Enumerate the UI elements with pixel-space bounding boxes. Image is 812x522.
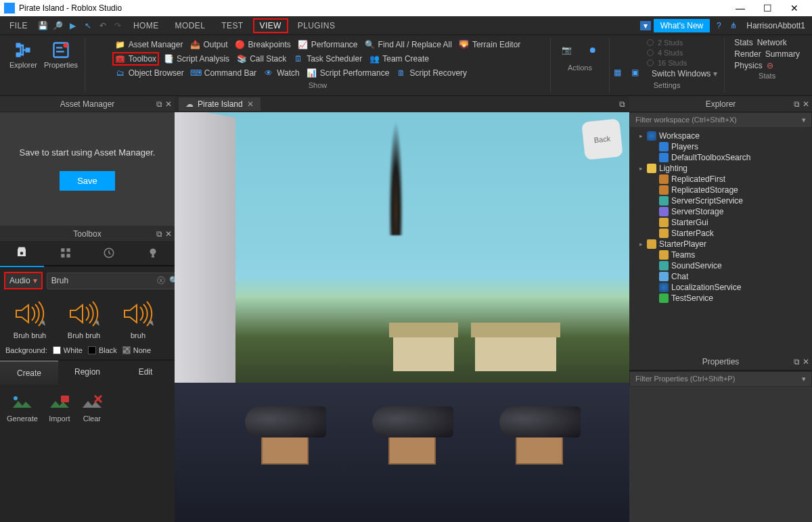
menu-file[interactable]: FILE bbox=[3, 18, 35, 33]
tree-item-replicatedfirst[interactable]: ReplicatedFirst bbox=[629, 174, 812, 185]
menu-test[interactable]: TEST bbox=[215, 18, 250, 33]
tree-item-lighting[interactable]: ▸Lighting bbox=[629, 163, 812, 174]
minimize-button[interactable]: — bbox=[727, 3, 754, 14]
tree-item-soundservice[interactable]: SoundService bbox=[629, 260, 812, 271]
ribbon-find-all-replace-all-button[interactable]: 🔍Find All / Replace All bbox=[362, 38, 455, 51]
menu-model[interactable]: MODEL bbox=[168, 18, 212, 33]
undo-icon[interactable]: ↶ bbox=[97, 20, 109, 32]
terrain-tab-region[interactable]: Region bbox=[58, 360, 116, 385]
whats-new-button[interactable]: What's New bbox=[654, 19, 710, 32]
close-icon[interactable]: ✕ bbox=[247, 99, 254, 109]
tree-item-localizationservice[interactable]: LocalizationService bbox=[629, 282, 812, 293]
close-icon[interactable]: ✕ bbox=[803, 99, 809, 109]
stat-network[interactable]: Network bbox=[757, 38, 787, 47]
ribbon-object-browser-button[interactable]: 🗂Object Browser bbox=[112, 66, 187, 80]
collapse-down-icon[interactable]: ▾ bbox=[640, 21, 651, 30]
terrain-generate-button[interactable]: Generate bbox=[7, 393, 38, 423]
tree-item-chat[interactable]: Chat bbox=[629, 271, 812, 282]
explorer-filter-input[interactable]: Filter workspace (Ctrl+Shift+X) ▾ bbox=[629, 112, 812, 128]
terrain-import-button[interactable]: Import bbox=[49, 393, 70, 423]
ribbon-script-performance-button[interactable]: 📊Script Performance bbox=[304, 66, 392, 80]
tree-item-starterpack[interactable]: StarterPack bbox=[629, 228, 812, 239]
close-button[interactable]: ✕ bbox=[781, 3, 808, 14]
ribbon-explorer-button[interactable]: Explorer bbox=[7, 38, 40, 72]
properties-filter-input[interactable]: Filter Properties (Ctrl+Shift+P) ▾ bbox=[629, 371, 812, 387]
tree-item-teams[interactable]: Teams bbox=[629, 250, 812, 260]
ribbon-watch-button[interactable]: 👁Watch bbox=[261, 66, 302, 80]
ribbon-record-button[interactable]: ⏺ bbox=[581, 38, 605, 62]
ribbon-breakpoints-button[interactable]: 🔴Breakpoints bbox=[231, 38, 293, 51]
doc-tab-pirate-island[interactable]: ☁ Pirate Island ✕ bbox=[179, 97, 261, 111]
toolbox-category-select[interactable]: Audio ▾ bbox=[4, 272, 43, 289]
toolbox-result[interactable]: Bruh bruh bbox=[5, 299, 54, 339]
tree-item-startergui[interactable]: StarterGui bbox=[629, 217, 812, 228]
close-icon[interactable]: ✕ bbox=[165, 229, 172, 239]
menu-home[interactable]: HOME bbox=[127, 18, 166, 33]
windows-icon[interactable]: ▣ bbox=[631, 68, 644, 80]
play-icon[interactable]: ▶ bbox=[67, 20, 79, 32]
cursor-icon[interactable]: ↖ bbox=[82, 20, 94, 32]
toolbox-tab-inventory[interactable] bbox=[44, 241, 88, 266]
ribbon-script-recovery-button[interactable]: 🗎Script Recovery bbox=[393, 66, 470, 80]
ribbon-screenshot-button[interactable]: 📷 bbox=[555, 38, 579, 62]
bg-white-option[interactable]: White bbox=[53, 346, 83, 354]
ribbon-terrain-editor-button[interactable]: 🌄Terrain Editor bbox=[456, 38, 523, 51]
switch-windows-button[interactable]: Switch Windows▾ bbox=[649, 68, 720, 80]
grid-icon[interactable]: ▦ bbox=[614, 68, 626, 80]
undock-icon[interactable]: ⧉ bbox=[156, 229, 162, 239]
tree-item-workspace[interactable]: ▸Workspace bbox=[629, 130, 812, 141]
save-icon[interactable]: 💾 bbox=[37, 20, 49, 32]
close-icon[interactable]: ✕ bbox=[165, 99, 172, 109]
expand-icon[interactable]: ▸ bbox=[637, 241, 644, 247]
toolbox-tab-recent[interactable] bbox=[87, 241, 131, 266]
tree-item-replicatedstorage[interactable]: ReplicatedStorage bbox=[629, 185, 812, 195]
undock-icon[interactable]: ⧉ bbox=[156, 99, 162, 109]
share-icon[interactable]: ⋔ bbox=[727, 20, 740, 32]
toolbox-search-input[interactable] bbox=[51, 276, 153, 285]
ribbon-properties-button[interactable]: Properties bbox=[41, 38, 81, 72]
terrain-tab-edit[interactable]: Edit bbox=[116, 360, 175, 385]
studs-4[interactable]: 4 Studs bbox=[647, 48, 683, 57]
terrain-tab-create[interactable]: Create bbox=[0, 360, 58, 385]
view-gizmo[interactable]: Back bbox=[581, 118, 623, 160]
tree-item-serverscriptservice[interactable]: ServerScriptService bbox=[629, 195, 812, 206]
stat-summary[interactable]: Summary bbox=[765, 49, 800, 59]
toolbox-result[interactable]: Bruh bruh bbox=[60, 299, 108, 339]
viewport-3d[interactable]: Back bbox=[175, 112, 629, 522]
stat-render[interactable]: Render bbox=[734, 49, 761, 59]
ribbon-script-analysis-button[interactable]: 📑Script Analysis bbox=[160, 52, 232, 66]
tree-item-testservice[interactable]: TestService bbox=[629, 293, 812, 304]
ribbon-task-scheduler-button[interactable]: 🗓Task Scheduler bbox=[290, 52, 365, 66]
help-icon[interactable]: ? bbox=[713, 20, 725, 32]
stat-stats[interactable]: Stats bbox=[734, 38, 752, 47]
terrain-clear-button[interactable]: Clear bbox=[81, 393, 103, 423]
ribbon-team-create-button[interactable]: 👥Team Create bbox=[366, 52, 432, 66]
menu-view[interactable]: VIEW bbox=[253, 18, 288, 33]
ribbon-performance-button[interactable]: 📈Performance bbox=[295, 38, 361, 51]
ribbon-command-bar-button[interactable]: ⌨Command Bar bbox=[188, 66, 259, 80]
clear-icon[interactable]: ⓧ bbox=[157, 275, 165, 287]
tree-item-starterplayer[interactable]: ▸StarterPlayer bbox=[629, 239, 812, 250]
ribbon-asset-manager-button[interactable]: 📁Asset Manager bbox=[112, 38, 186, 51]
redo-icon[interactable]: ↷ bbox=[112, 20, 124, 32]
ribbon-call-stack-button[interactable]: 📚Call Stack bbox=[233, 52, 289, 66]
tree-item-players[interactable]: Players bbox=[629, 141, 812, 152]
username-label[interactable]: HarrisonAbbott1 bbox=[742, 21, 809, 30]
binoculars-icon[interactable]: 🔎 bbox=[52, 20, 64, 32]
ribbon-toolbox-button[interactable]: 🧰Toolbox bbox=[112, 52, 159, 66]
bg-none-option[interactable]: None bbox=[122, 346, 151, 354]
studs-16[interactable]: 16 Studs bbox=[647, 58, 687, 68]
tree-item-serverstorage[interactable]: ServerStorage bbox=[629, 206, 812, 217]
bg-black-option[interactable]: Black bbox=[88, 346, 117, 354]
ribbon-output-button[interactable]: 📤Output bbox=[187, 38, 230, 51]
menu-plugins[interactable]: PLUGINS bbox=[291, 18, 342, 33]
toolbox-tab-marketplace[interactable] bbox=[0, 241, 44, 267]
toolbox-result[interactable]: bruh bbox=[114, 299, 162, 339]
asset-manager-save-button[interactable]: Save bbox=[60, 171, 115, 191]
device-icon[interactable]: ⧉ bbox=[619, 99, 625, 109]
expand-icon[interactable]: ▸ bbox=[637, 133, 644, 139]
tree-item-defaulttoolboxsearch[interactable]: DefaultToolboxSearch bbox=[629, 152, 812, 163]
expand-icon[interactable]: ▸ bbox=[637, 165, 644, 172]
maximize-button[interactable]: ☐ bbox=[754, 3, 781, 14]
stat-physics[interactable]: Physics bbox=[734, 61, 762, 70]
